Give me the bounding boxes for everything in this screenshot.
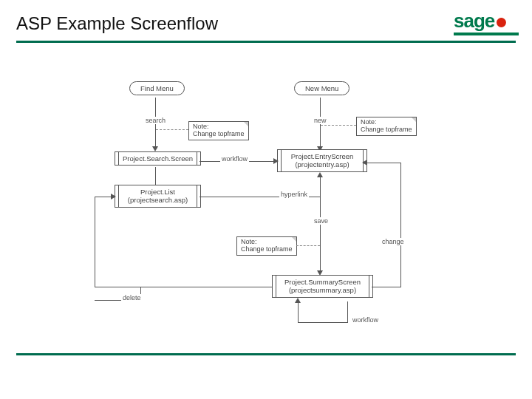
- find-menu-pill: Find Menu: [129, 81, 185, 95]
- logo-dot-icon: ●: [494, 9, 507, 33]
- arrowhead-icon: [273, 158, 279, 164]
- box-label-line1: Project.EntryScreen: [291, 152, 353, 160]
- note-connector: [296, 245, 320, 246]
- note-2-line2: Change topframe: [361, 126, 412, 134]
- label-change: change: [381, 238, 406, 245]
- connector: [400, 163, 401, 287]
- box-label-line1: Project.List: [140, 188, 175, 196]
- note-3: Note: Change topframe: [236, 236, 297, 256]
- connector: [95, 287, 272, 287]
- note-2: Note: Change topframe: [356, 117, 417, 136]
- connector: [155, 167, 156, 185]
- box-label-line2: (projectentry.asp): [295, 160, 349, 168]
- new-menu-pill: New Menu: [294, 81, 349, 95]
- box-label-line1: Project.SummaryScreen: [284, 278, 361, 286]
- page-title: ASP Example Screenflow: [16, 13, 218, 34]
- flow-diagram: Find Menu New Menu search new Note: Chan…: [89, 81, 473, 355]
- connector: [372, 287, 401, 287]
- project-search-screen-box: Project.Search.Screen: [115, 151, 201, 166]
- logo-text: sage: [454, 10, 494, 32]
- label-save: save: [313, 217, 330, 225]
- arrowhead-icon: [362, 160, 367, 166]
- connector: [95, 197, 95, 287]
- project-summary-box: Project.SummaryScreen (projectsummary.as…: [272, 275, 373, 298]
- box-label-line2: (projectsearch.asp): [128, 196, 188, 204]
- label-search: search: [144, 117, 167, 124]
- sage-logo: sage●: [454, 9, 519, 35]
- note-3-line2: Change topframe: [241, 246, 293, 253]
- connector: [298, 301, 299, 322]
- label-delete: delete: [121, 294, 143, 301]
- label-workflow1: workflow: [220, 155, 249, 163]
- connector: [347, 301, 348, 322]
- note-1: Note: Change topframe: [188, 121, 249, 140]
- note-1-line2: Change topframe: [193, 131, 245, 138]
- note-connector: [156, 129, 188, 130]
- project-list-box: Project.List (projectsearch.asp): [115, 185, 201, 208]
- label-workflow2: workflow: [351, 316, 380, 324]
- note-connector: [321, 125, 356, 126]
- project-entry-screen-box: Project.EntryScreen (projectentry.asp): [277, 149, 367, 172]
- arrowhead-icon: [111, 194, 116, 200]
- box-label: Project.Search.Screen: [123, 154, 193, 163]
- box-inner: Project.Search.Screen: [118, 152, 197, 165]
- connector: [298, 322, 348, 323]
- connector: [366, 163, 401, 163]
- box-inner: Project.SummaryScreen (projectsummary.as…: [276, 276, 369, 297]
- label-new: new: [313, 117, 328, 124]
- box-inner: Project.EntryScreen (projectentry.asp): [281, 150, 364, 171]
- box-inner: Project.List (projectsearch.asp): [118, 185, 197, 207]
- title-underline: [16, 41, 516, 43]
- label-hyperlink: hyperlink: [279, 191, 309, 198]
- arrowhead-icon: [295, 298, 301, 303]
- logo-underline: [454, 33, 519, 35]
- box-label-line2: (projectsummary.asp): [289, 286, 356, 294]
- arrowhead-icon: [152, 146, 158, 151]
